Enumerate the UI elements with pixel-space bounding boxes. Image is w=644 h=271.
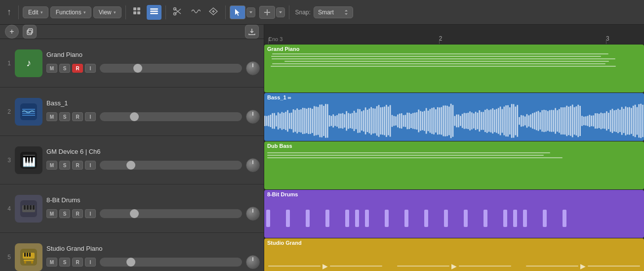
svg-rect-105 [392, 115, 393, 127]
solo-btn-3[interactable]: S [59, 161, 70, 170]
drum-beat [365, 210, 369, 227]
drum-rest [553, 217, 557, 221]
track-thumb-1[interactable]: ♪ [15, 49, 42, 77]
drum-beat [483, 210, 487, 227]
download-button[interactable] [245, 25, 259, 39]
snap-select[interactable]: Smart [314, 6, 353, 18]
drum-rest [291, 217, 295, 221]
cursor-tool[interactable] [230, 5, 245, 19]
drum-rest [459, 217, 463, 221]
svg-rect-215 [601, 113, 602, 130]
svg-rect-99 [380, 107, 382, 135]
track-name-5: Studio Grand Piano [46, 245, 260, 252]
drum-rest [380, 217, 384, 221]
solo-btn-2[interactable]: S [59, 112, 70, 121]
record-btn-5[interactable]: R [72, 258, 83, 267]
svg-rect-218 [606, 111, 607, 131]
divider-5 [289, 5, 289, 19]
svg-rect-204 [579, 106, 581, 136]
solo-btn-4[interactable]: S [59, 209, 70, 218]
mute-btn-5[interactable]: M [46, 258, 57, 267]
timeline-track-3[interactable]: Dub Bass [264, 141, 644, 190]
mute-btn-2[interactable]: M [46, 112, 57, 121]
svg-rect-169 [513, 104, 515, 138]
record-btn-2[interactable]: R [72, 112, 83, 121]
record-btn-4[interactable]: R [72, 209, 83, 218]
region-studio[interactable]: Studio Grand ▶ ▶ ▶ [264, 238, 644, 271]
region-dub-bass[interactable]: Dub Bass [264, 141, 644, 189]
scissors-button[interactable] [170, 5, 186, 20]
track-knob-5[interactable] [246, 255, 260, 269]
svg-rect-156 [488, 110, 490, 132]
timeline-track-1[interactable]: Grand Piano [264, 45, 644, 93]
slider-thumb-4[interactable] [130, 209, 139, 218]
track-controls-3: M S R I [46, 158, 260, 172]
record-btn-1[interactable]: R [72, 64, 83, 73]
svg-rect-158 [492, 108, 493, 134]
svg-rect-72 [329, 115, 330, 127]
input-btn-5[interactable]: I [85, 258, 96, 267]
svg-rect-182 [538, 111, 539, 131]
timeline-track-4[interactable]: 8-Bit Drums [264, 190, 644, 238]
track-knob-4[interactable] [246, 207, 260, 221]
track-slider-2[interactable] [100, 112, 242, 121]
record-btn-3[interactable]: R [72, 161, 83, 170]
view-menu[interactable]: View ▾ [93, 6, 121, 18]
track-thumb-5[interactable] [15, 243, 42, 271]
cursor-dropdown[interactable] [246, 7, 255, 17]
plus-dropdown[interactable] [276, 7, 285, 17]
track-number-5: 5 [4, 254, 11, 261]
svg-rect-144 [466, 113, 467, 129]
svg-rect-227 [623, 109, 625, 133]
slider-thumb-1[interactable] [133, 64, 142, 73]
track-knob-2[interactable] [246, 110, 260, 124]
svg-rect-138 [454, 116, 456, 126]
drum-rest [429, 217, 433, 221]
region-grand-piano[interactable]: Grand Piano [264, 45, 644, 92]
track-thumb-2[interactable] [15, 98, 42, 126]
track-slider-4[interactable] [100, 209, 242, 218]
functions-menu[interactable]: Functions ▾ [50, 6, 91, 18]
slider-thumb-5[interactable] [126, 258, 135, 267]
track-name-3: GM Device 6 | Ch6 [46, 148, 260, 155]
timeline-track-5[interactable]: Studio Grand ▶ ▶ ▶ [264, 238, 644, 271]
studio-lines: ▶ ▶ ▶ [264, 249, 644, 271]
region-drums[interactable]: 8-Bit Drums [264, 190, 644, 238]
duplicate-track-button[interactable] [23, 25, 37, 39]
edit-menu[interactable]: Edit ▾ [23, 6, 48, 18]
input-btn-4[interactable]: I [85, 209, 96, 218]
svg-rect-81 [346, 111, 347, 131]
solo-btn-5[interactable]: S [59, 258, 70, 267]
mute-btn-3[interactable]: M [46, 161, 57, 170]
region-bass[interactable]: Bass_1 ∞ [264, 93, 644, 141]
plus-tool[interactable] [259, 6, 275, 19]
list-view-button[interactable] [147, 5, 161, 20]
divider-4 [225, 5, 226, 19]
grid-view-button[interactable] [130, 5, 145, 20]
solo-btn-1[interactable]: S [59, 64, 70, 73]
track-slider-1[interactable] [100, 64, 242, 73]
add-track-button[interactable]: + [5, 25, 19, 39]
mute-btn-4[interactable]: M [46, 209, 57, 218]
input-btn-1[interactable]: I [85, 64, 96, 73]
mute-btn-1[interactable]: M [46, 64, 57, 73]
slider-thumb-3[interactable] [126, 161, 135, 170]
svg-rect-157 [490, 109, 492, 133]
wave-button[interactable] [188, 5, 203, 20]
track-knob-3[interactable] [246, 158, 260, 172]
svg-rect-77 [338, 113, 340, 128]
track-thumb-4[interactable] [15, 195, 42, 223]
input-btn-2[interactable]: I [85, 112, 96, 121]
svg-rect-60 [306, 109, 308, 133]
slider-thumb-2[interactable] [130, 112, 139, 121]
input-btn-3[interactable]: I [85, 161, 96, 170]
timeline-track-2[interactable]: Bass_1 ∞ [264, 93, 644, 141]
track-slider-3[interactable] [100, 161, 242, 170]
back-button[interactable]: ↑ [4, 5, 14, 19]
track-thumb-3[interactable]: 🎹 [15, 146, 42, 174]
track-slider-5[interactable] [100, 258, 242, 267]
svg-rect-229 [627, 107, 628, 135]
drum-rest [567, 217, 571, 221]
track-knob-1[interactable] [246, 61, 260, 75]
quantize-button[interactable] [205, 5, 221, 20]
